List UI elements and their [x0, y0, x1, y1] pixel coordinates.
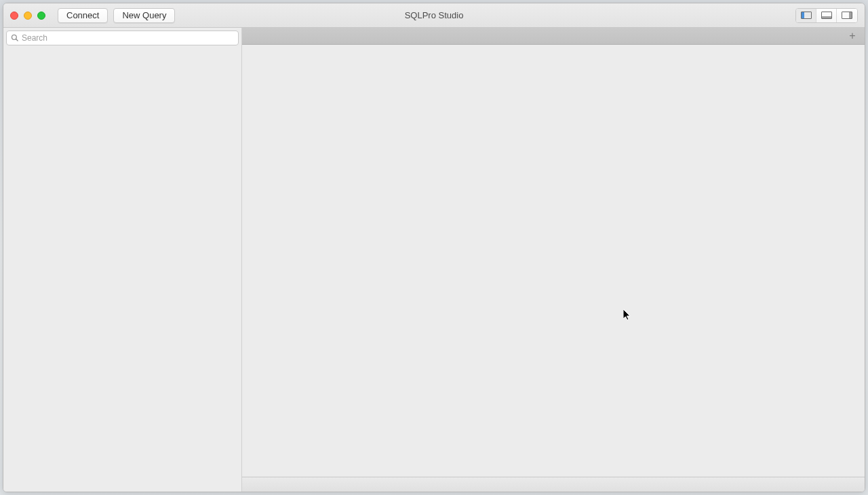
maximize-window-button[interactable]	[37, 12, 45, 20]
search-icon	[11, 34, 19, 42]
bottom-panel-icon	[821, 12, 832, 19]
content-area	[242, 45, 865, 477]
search-input[interactable]	[22, 33, 234, 43]
sidebar	[3, 28, 242, 492]
titlebar: Connect New Query SQLPro Studio	[3, 3, 865, 28]
layout-controls	[795, 8, 858, 23]
minimize-window-button[interactable]	[24, 12, 32, 20]
status-bar	[242, 477, 865, 492]
app-window: Connect New Query SQLPro Studio	[3, 3, 865, 492]
body-area: +	[3, 28, 865, 492]
left-panel-icon	[801, 12, 812, 19]
toggle-left-panel-button[interactable]	[796, 9, 816, 22]
window-title: SQLPro Studio	[405, 10, 464, 20]
cursor-icon	[623, 309, 631, 321]
main-area: +	[242, 28, 865, 492]
svg-line-1	[16, 39, 18, 41]
toolbar-buttons: Connect New Query	[58, 8, 175, 23]
right-panel-icon	[842, 12, 852, 19]
toggle-right-panel-button[interactable]	[837, 9, 857, 22]
sidebar-content	[3, 48, 241, 492]
tab-bar: +	[242, 28, 865, 45]
search-field[interactable]	[6, 31, 239, 45]
new-query-button[interactable]: New Query	[113, 8, 175, 23]
toggle-bottom-panel-button[interactable]	[816, 9, 837, 22]
close-window-button[interactable]	[10, 12, 18, 20]
search-wrap	[3, 28, 241, 48]
add-tab-button[interactable]: +	[846, 29, 859, 43]
traffic-lights	[10, 12, 45, 20]
svg-point-0	[12, 35, 17, 40]
connect-button[interactable]: Connect	[58, 8, 108, 23]
